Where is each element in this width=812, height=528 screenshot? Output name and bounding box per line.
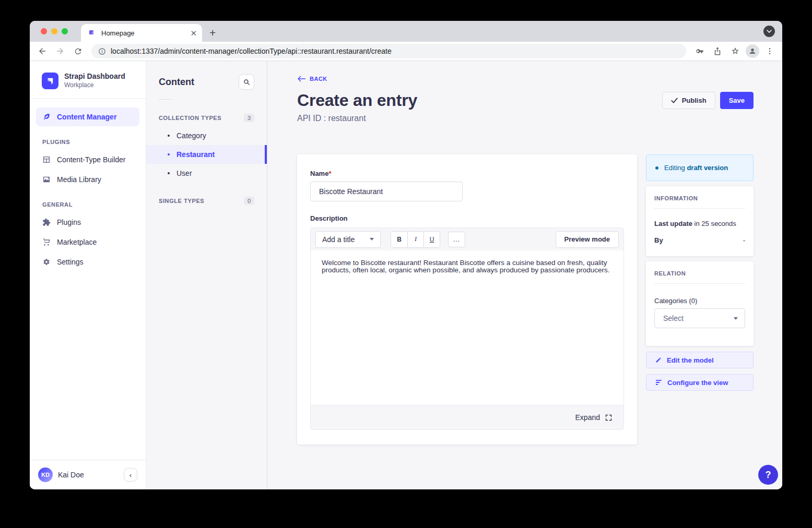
main-content: BACK Create an entry Publish Save API ID… — [267, 61, 782, 489]
information-title: INFORMATION — [654, 195, 745, 201]
sidebar-item-content-manager[interactable]: Content Manager — [36, 107, 139, 126]
preview-mode-button[interactable]: Preview mode — [556, 231, 619, 248]
last-update-row: Last update in 25 seconds — [654, 220, 736, 227]
minimize-window-button[interactable] — [51, 28, 57, 34]
italic-button[interactable]: I — [407, 232, 423, 247]
chevron-down-icon — [370, 238, 374, 241]
subnav-item-label: Category — [176, 131, 206, 140]
new-tab-button[interactable]: + — [209, 27, 216, 38]
entry-form-card: Name* Description Add a title B I — [297, 154, 637, 445]
title-style-select[interactable]: Add a title — [315, 231, 381, 248]
subnav-item-category[interactable]: Category — [146, 126, 267, 145]
single-types-count-badge: 0 — [244, 197, 254, 205]
status-dot-icon — [655, 166, 658, 170]
page-title: Create an entry — [297, 91, 417, 110]
sidebar-item-label: Media Library — [57, 175, 101, 184]
edit-model-button[interactable]: Edit the model — [646, 352, 754, 368]
browser-menu-icon[interactable] — [762, 44, 777, 58]
tab-search-button[interactable] — [763, 26, 775, 37]
required-asterisk: * — [328, 170, 331, 177]
chevron-down-icon — [734, 317, 738, 320]
close-window-button[interactable] — [41, 28, 47, 34]
browser-profile-avatar[interactable] — [746, 44, 759, 58]
categories-field-label: Categories (0) — [654, 297, 745, 305]
relation-title: RELATION — [654, 270, 745, 277]
bullet-icon — [168, 153, 170, 155]
categories-select[interactable]: Select — [654, 308, 745, 328]
chevron-down-icon — [767, 29, 772, 34]
back-link[interactable]: BACK — [297, 76, 327, 82]
url-text[interactable]: localhost:1337/admin/content-manager/col… — [111, 47, 392, 55]
filter-lines-icon — [655, 379, 662, 386]
bookmark-star-icon[interactable] — [728, 44, 743, 58]
strapi-logo — [42, 73, 58, 89]
maximize-window-button[interactable] — [62, 28, 68, 34]
user-avatar[interactable]: KD — [38, 467, 53, 482]
editor-footer: Expand — [311, 405, 623, 429]
password-key-icon[interactable] — [692, 44, 707, 58]
card-divider — [654, 283, 745, 284]
sidebar-item-marketplace[interactable]: Marketplace — [36, 233, 139, 251]
sidebar-item-label: Marketplace — [57, 238, 97, 246]
tab-close-icon[interactable]: ✕ — [190, 29, 197, 37]
strapi-app: Strapi Dashboard Workplace Content Manag… — [30, 61, 782, 489]
check-icon — [671, 98, 678, 103]
sidebar-user-footer: KD Kai Doe ‹ — [30, 460, 146, 489]
back-button[interactable] — [35, 44, 50, 58]
subnav-item-user[interactable]: User — [146, 164, 267, 183]
description-textarea[interactable]: Welcome to Biscotte restaurant! Restaura… — [311, 250, 623, 405]
bold-button[interactable]: B — [391, 232, 407, 247]
card-divider — [654, 208, 745, 209]
collapse-sidebar-button[interactable]: ‹ — [124, 468, 137, 482]
sidebar-item-content-type-builder[interactable]: Content-Type Builder — [36, 150, 139, 169]
save-button[interactable]: Save — [720, 92, 754, 109]
collection-types-label: COLLECTION TYPES — [159, 115, 221, 121]
macos-traffic-lights — [41, 28, 68, 34]
browser-window: Homepage ✕ + localhost:1337/admin/conten… — [30, 21, 782, 489]
sidebar-item-label: Plugins — [57, 218, 81, 226]
sidebar-item-plugins[interactable]: Plugins — [36, 213, 139, 232]
sidebar-item-settings[interactable]: Settings — [36, 253, 139, 271]
api-id-subtitle: API ID : restaurant — [297, 114, 754, 123]
name-field-label: Name* — [310, 170, 331, 177]
gear-icon — [42, 258, 51, 266]
configure-view-button[interactable]: Configure the view — [646, 374, 754, 391]
description-field-label: Description — [310, 214, 624, 222]
rich-text-editor: Add a title B I U ... Preview mode We — [310, 227, 624, 430]
information-card: INFORMATION Last update in 25 seconds By… — [646, 186, 754, 256]
browser-tab[interactable]: Homepage ✕ — [81, 24, 202, 42]
expand-button[interactable]: Expand — [575, 413, 600, 422]
help-button[interactable]: ? — [758, 465, 778, 485]
info-icon[interactable] — [98, 47, 106, 55]
publish-button[interactable]: Publish — [662, 92, 715, 109]
feather-pen-icon — [42, 113, 51, 121]
share-icon[interactable] — [710, 44, 725, 58]
subnav-title: Content — [159, 77, 194, 88]
underline-button[interactable]: U — [423, 232, 440, 247]
expand-icon[interactable] — [605, 414, 613, 422]
workspace-brand[interactable]: Strapi Dashboard Workplace — [30, 61, 146, 98]
name-input[interactable] — [310, 182, 463, 201]
more-formats-button[interactable]: ... — [448, 232, 465, 247]
by-label: By — [654, 236, 663, 244]
search-icon — [243, 79, 250, 86]
single-types-label: SINGLE TYPES — [159, 198, 204, 204]
sidebar-section-plugins: PLUGINS — [42, 139, 133, 145]
subnav-item-restaurant[interactable]: Restaurant — [146, 145, 267, 164]
subnav-item-label: User — [176, 169, 192, 177]
collection-types-count-badge: 3 — [244, 114, 254, 122]
sidebar-item-media-library[interactable]: Media Library — [36, 170, 139, 189]
reload-button[interactable] — [70, 44, 85, 58]
browser-tab-bar: Homepage ✕ + — [30, 21, 782, 42]
image-icon — [42, 175, 51, 184]
sidebar-item-label: Settings — [57, 258, 84, 266]
entry-aside: Editing draft version INFORMATION Last u… — [646, 154, 754, 391]
url-bar[interactable]: localhost:1337/admin/content-manager/col… — [91, 44, 686, 58]
puzzle-icon — [42, 218, 51, 226]
browser-toolbar: localhost:1337/admin/content-manager/col… — [30, 42, 782, 61]
tab-title: Homepage — [101, 29, 185, 37]
forward-button[interactable] — [53, 44, 67, 58]
subnav-divider — [159, 99, 171, 100]
sidebar-section-general: GENERAL — [42, 201, 133, 208]
search-button[interactable] — [239, 74, 254, 90]
